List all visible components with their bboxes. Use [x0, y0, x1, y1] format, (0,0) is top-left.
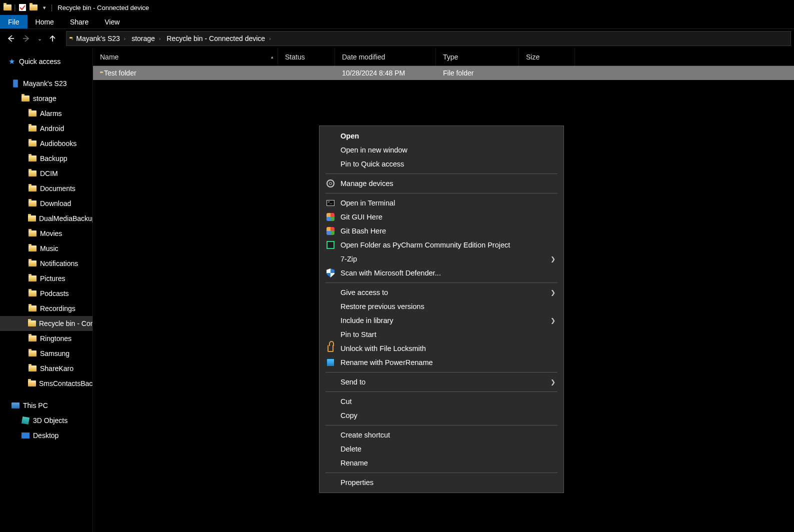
ribbon-tab-share[interactable]: Share [62, 15, 96, 28]
recent-dropdown[interactable]: ⌄ [35, 31, 44, 46]
ctx-include-lib[interactable]: Include in library❯ [320, 314, 564, 328]
chevron-right-icon: ❯ [550, 256, 556, 262]
ctx-give-access[interactable]: Give access to❯ [320, 286, 564, 300]
tree-folder[interactable]: Pictures [0, 271, 92, 286]
breadcrumb-0[interactable]: Mayank's S23› [73, 34, 128, 42]
ctx-delete[interactable]: Delete [320, 442, 564, 456]
up-button[interactable] [45, 31, 60, 46]
col-label: Status [285, 53, 305, 61]
tree-folder[interactable]: ShareKaro [0, 361, 92, 376]
ribbon-tab-file[interactable]: File [0, 15, 28, 28]
tree-label: Music [40, 244, 58, 252]
folder-icon [28, 140, 37, 148]
tree-label: Ringtones [40, 334, 72, 342]
ctx-label: Git GUI Here [340, 213, 382, 221]
tree-label: Quick access [19, 58, 60, 66]
checkbox-icon[interactable] [18, 3, 27, 12]
tree-folder[interactable]: Audiobooks [0, 136, 92, 151]
tree-folder[interactable]: Recycle bin - Connected device [0, 316, 92, 331]
tree-label: DualMediaBackup [39, 214, 92, 222]
lock-icon [326, 344, 336, 354]
ctx-rename[interactable]: Rename [320, 456, 564, 470]
forward-button[interactable] [19, 31, 34, 46]
tree-phone[interactable]: Mayank's S23 [0, 76, 92, 91]
ctx-pycharm[interactable]: Open Folder as PyCharm Community Edition… [320, 238, 564, 252]
tree-this-pc[interactable]: This PC [0, 398, 92, 413]
ctx-pin-quick[interactable]: Pin to Quick access [320, 157, 564, 171]
ctx-open-new-window[interactable]: Open in new window [320, 143, 564, 157]
ctx-create-shortcut[interactable]: Create shortcut [320, 428, 564, 442]
tree-folder[interactable]: Samsung [0, 346, 92, 361]
tree-folder[interactable]: Music [0, 241, 92, 256]
file-row[interactable]: Test folder 10/28/2024 8:48 PM File fold… [93, 66, 794, 80]
ctx-properties[interactable]: Properties [320, 476, 564, 490]
ctx-open-terminal[interactable]: Open in Terminal [320, 196, 564, 210]
ctx-send-to[interactable]: Send to❯ [320, 375, 564, 389]
tree-label: Download [40, 200, 71, 208]
tree-folder[interactable]: Download [0, 196, 92, 211]
chevron-right-icon[interactable]: › [124, 36, 126, 42]
back-button[interactable] [3, 31, 18, 46]
folder-icon [28, 364, 37, 372]
breadcrumb-2[interactable]: Recycle bin - Connected device› [164, 34, 274, 42]
folder-icon [28, 304, 37, 312]
ribbon-tab-view[interactable]: View [96, 15, 128, 28]
ctx-restore-prev[interactable]: Restore previous versions [320, 300, 564, 314]
tree-label: Recordings [40, 304, 76, 312]
titlebar-sep-2: | [51, 4, 53, 12]
tree-folder[interactable]: Ringtones [0, 331, 92, 346]
row-status [278, 66, 335, 80]
chevron-right-icon[interactable]: › [159, 36, 160, 42]
tree-folder[interactable]: Alarms [0, 106, 92, 121]
address-bar[interactable]: › Mayank's S23› storage› Recycle bin - C… [66, 31, 791, 46]
col-name[interactable]: Name▴ [93, 48, 278, 66]
pycharm-icon [326, 240, 336, 250]
tree-folder[interactable]: Movies [0, 226, 92, 241]
ctx-locksmith[interactable]: Unlock with File Locksmith [320, 342, 564, 356]
ctx-copy[interactable]: Copy [320, 408, 564, 422]
tree-label: Alarms [40, 110, 62, 118]
rename-icon [326, 358, 336, 368]
ctx-defender[interactable]: Scan with Microsoft Defender... [320, 266, 564, 280]
tree-folder[interactable]: Podcasts [0, 286, 92, 301]
col-date[interactable]: Date modified [335, 48, 436, 66]
ctx-git-gui[interactable]: Git GUI Here [320, 210, 564, 224]
tree-folder[interactable]: DualMediaBackup [0, 211, 92, 226]
ctx-cut[interactable]: Cut [320, 394, 564, 408]
tree-folder[interactable]: Backupp [0, 151, 92, 166]
col-size[interactable]: Size [519, 48, 575, 66]
ctx-pin-start[interactable]: Pin to Start [320, 328, 564, 342]
ctx-git-bash[interactable]: Git Bash Here [320, 224, 564, 238]
ctx-label: Give access to [340, 288, 388, 296]
ctx-separator [326, 472, 558, 473]
tree-folder[interactable]: SmsContactsBackup [0, 376, 92, 391]
breadcrumb-1[interactable]: storage› [128, 34, 164, 42]
tree-folder[interactable]: Android [0, 121, 92, 136]
col-status[interactable]: Status [278, 48, 335, 66]
qat-dropdown-icon[interactable]: ▾ [40, 3, 49, 12]
ctx-label: Rename [340, 459, 368, 467]
spacer [0, 391, 92, 398]
ribbon-tab-home[interactable]: Home [28, 15, 62, 28]
tree-folder[interactable]: Notifications [0, 256, 92, 271]
row-size [519, 66, 575, 80]
tree-storage[interactable]: storage [0, 91, 92, 106]
chevron-right-icon[interactable]: › [269, 36, 270, 42]
ctx-open[interactable]: Open [320, 129, 564, 143]
folder-icon [28, 154, 37, 162]
folder-icon [28, 230, 37, 238]
ctx-powerrename[interactable]: Rename with PowerRename [320, 356, 564, 370]
ctx-manage-devices[interactable]: Manage devices [320, 176, 564, 190]
tree-3d-objects[interactable]: 3D Objects [0, 413, 92, 428]
tree-desktop[interactable]: Desktop [0, 428, 92, 443]
tree-folder[interactable]: DCIM [0, 166, 92, 181]
ctx-label: Scan with Microsoft Defender... [340, 269, 441, 277]
tree-folder[interactable]: Recordings [0, 301, 92, 316]
tree-quick-access[interactable]: ★ Quick access [0, 54, 92, 69]
objects3d-icon [21, 416, 30, 424]
col-label: Date modified [342, 53, 385, 61]
ctx-7zip[interactable]: 7-Zip❯ [320, 252, 564, 266]
col-label: Type [443, 53, 458, 61]
col-type[interactable]: Type [436, 48, 519, 66]
tree-folder[interactable]: Documents [0, 181, 92, 196]
